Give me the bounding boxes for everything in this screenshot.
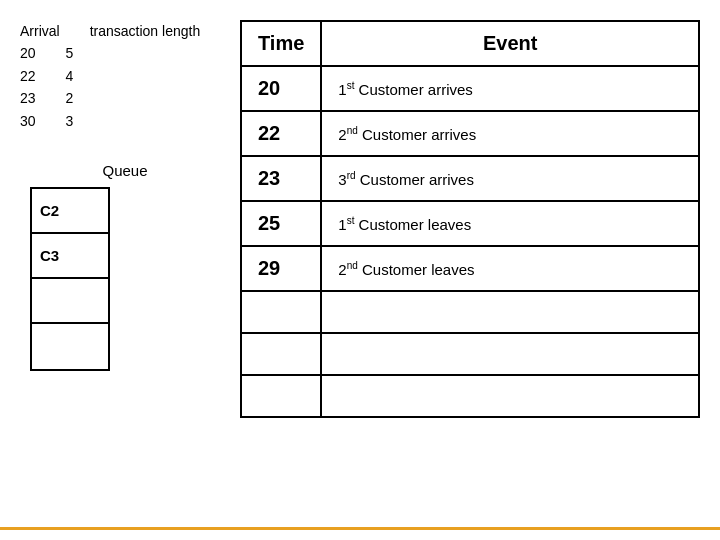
bottom-line xyxy=(0,527,720,530)
event-cell-2: 2nd Customer arrives xyxy=(321,111,699,156)
event-cell-6 xyxy=(321,291,699,333)
arrival-time-2: 22 xyxy=(20,65,36,87)
arrival-table: Arrival transaction length 20 5 22 4 23 … xyxy=(20,20,220,132)
transaction-length-1: 5 xyxy=(66,42,74,64)
left-panel: Arrival transaction length 20 5 22 4 23 … xyxy=(20,20,220,520)
main-container: Arrival transaction length 20 5 22 4 23 … xyxy=(0,0,720,540)
table-row: 22 2nd Customer arrives xyxy=(241,111,699,156)
time-cell-5: 29 xyxy=(241,246,321,291)
event-cell-8 xyxy=(321,375,699,417)
table-row xyxy=(241,291,699,333)
arrival-time-1: 20 xyxy=(20,42,36,64)
time-cell-3: 23 xyxy=(241,156,321,201)
transaction-length-2: 4 xyxy=(66,65,74,87)
queue-cell-2: C3 xyxy=(32,234,108,279)
right-panel: Time Event 20 1st Customer arrives 22 2n… xyxy=(240,20,700,520)
table-row xyxy=(241,333,699,375)
queue-box: C2 C3 xyxy=(30,187,110,371)
table-row: 23 3rd Customer arrives xyxy=(241,156,699,201)
table-row: 20 1st Customer arrives xyxy=(241,66,699,111)
queue-cell-1: C2 xyxy=(32,189,108,234)
time-cell-6 xyxy=(241,291,321,333)
time-cell-8 xyxy=(241,375,321,417)
arrival-time-3: 23 xyxy=(20,87,36,109)
transaction-length-4: 3 xyxy=(66,110,74,132)
col-header-event: Event xyxy=(321,21,699,66)
event-cell-3: 3rd Customer arrives xyxy=(321,156,699,201)
transaction-header: transaction length xyxy=(90,20,201,42)
time-cell-7 xyxy=(241,333,321,375)
event-cell-7 xyxy=(321,333,699,375)
queue-cell-4 xyxy=(32,324,108,369)
event-cell-1: 1st Customer arrives xyxy=(321,66,699,111)
queue-label: Queue xyxy=(30,162,220,179)
time-cell-2: 22 xyxy=(241,111,321,156)
transaction-length-3: 2 xyxy=(66,87,74,109)
table-row: 29 2nd Customer leaves xyxy=(241,246,699,291)
event-table: Time Event 20 1st Customer arrives 22 2n… xyxy=(240,20,700,418)
event-cell-5: 2nd Customer leaves xyxy=(321,246,699,291)
table-row xyxy=(241,375,699,417)
queue-cell-3 xyxy=(32,279,108,324)
table-row: 25 1st Customer leaves xyxy=(241,201,699,246)
arrival-header: Arrival xyxy=(20,20,60,42)
time-cell-4: 25 xyxy=(241,201,321,246)
arrival-time-4: 30 xyxy=(20,110,36,132)
col-header-time: Time xyxy=(241,21,321,66)
time-cell-1: 20 xyxy=(241,66,321,111)
event-cell-4: 1st Customer leaves xyxy=(321,201,699,246)
